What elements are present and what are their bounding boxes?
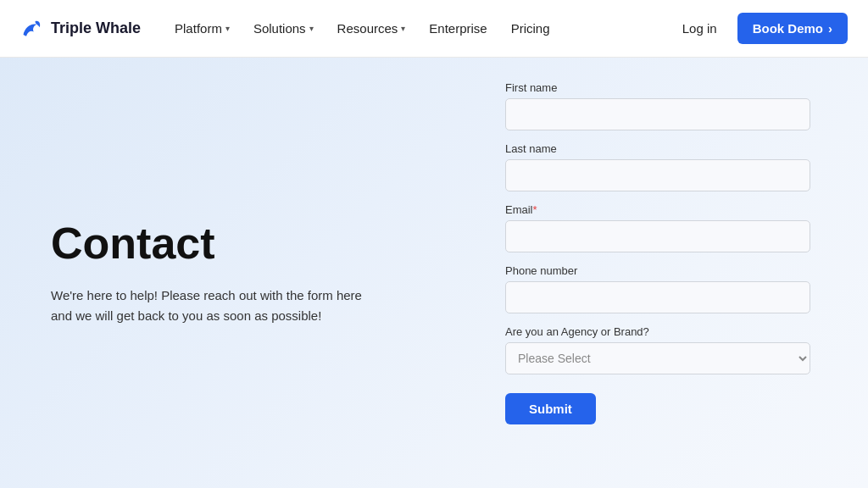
logo-link[interactable]: Triple Whale	[20, 17, 141, 41]
phone-group: Phone number	[505, 264, 810, 313]
first-name-label: First name	[505, 81, 810, 94]
contact-form: First name Last name Email* Phone number…	[505, 81, 810, 424]
logo-icon	[20, 17, 44, 41]
first-name-group: First name	[505, 81, 810, 130]
contact-subtext: We're here to help! Please reach out wit…	[51, 286, 373, 326]
last-name-label: Last name	[505, 142, 810, 155]
chevron-down-icon: ▾	[309, 24, 314, 33]
agency-brand-label: Are you an Agency or Brand?	[505, 325, 810, 338]
nav-item-pricing[interactable]: Pricing	[501, 14, 560, 42]
book-demo-label: Book Demo	[753, 21, 823, 36]
phone-input[interactable]	[505, 281, 810, 313]
nav-item-solutions[interactable]: Solutions ▾	[243, 14, 324, 42]
required-star: *	[533, 203, 537, 216]
nav-item-platform[interactable]: Platform ▾	[164, 14, 240, 42]
book-demo-arrow: ›	[828, 21, 832, 36]
last-name-input[interactable]	[505, 159, 810, 191]
nav-item-enterprise-label: Enterprise	[429, 21, 487, 36]
nav-item-platform-label: Platform	[175, 21, 222, 36]
nav-item-resources[interactable]: Resources ▾	[327, 14, 416, 42]
left-panel: Contact We're here to help! Please reach…	[0, 58, 461, 488]
last-name-group: Last name	[505, 142, 810, 191]
right-panel: First name Last name Email* Phone number…	[461, 58, 868, 488]
nav-item-enterprise[interactable]: Enterprise	[419, 14, 497, 42]
chevron-down-icon: ▾	[225, 24, 230, 33]
first-name-input[interactable]	[505, 98, 810, 130]
submit-button[interactable]: Submit	[505, 393, 596, 424]
agency-brand-group: Are you an Agency or Brand? Please Selec…	[505, 325, 810, 374]
email-label: Email*	[505, 203, 810, 216]
book-demo-button[interactable]: Book Demo ›	[737, 13, 848, 44]
nav-item-solutions-label: Solutions	[253, 21, 306, 36]
login-button[interactable]: Log in	[672, 14, 727, 42]
logo-text: Triple Whale	[51, 19, 141, 37]
email-input[interactable]	[505, 220, 810, 252]
chevron-down-icon: ▾	[401, 24, 405, 33]
phone-label: Phone number	[505, 264, 810, 277]
nav-item-pricing-label: Pricing	[511, 21, 550, 36]
main-content: Contact We're here to help! Please reach…	[0, 58, 868, 488]
agency-brand-select[interactable]: Please Select Agency Brand	[505, 342, 810, 374]
nav-right: Log in Book Demo ›	[672, 13, 848, 44]
contact-heading: Contact	[51, 219, 410, 268]
email-group: Email*	[505, 203, 810, 252]
nav-links: Platform ▾ Solutions ▾ Resources ▾ Enter…	[164, 14, 672, 42]
nav-item-resources-label: Resources	[337, 21, 398, 36]
navbar: Triple Whale Platform ▾ Solutions ▾ Reso…	[0, 0, 868, 58]
